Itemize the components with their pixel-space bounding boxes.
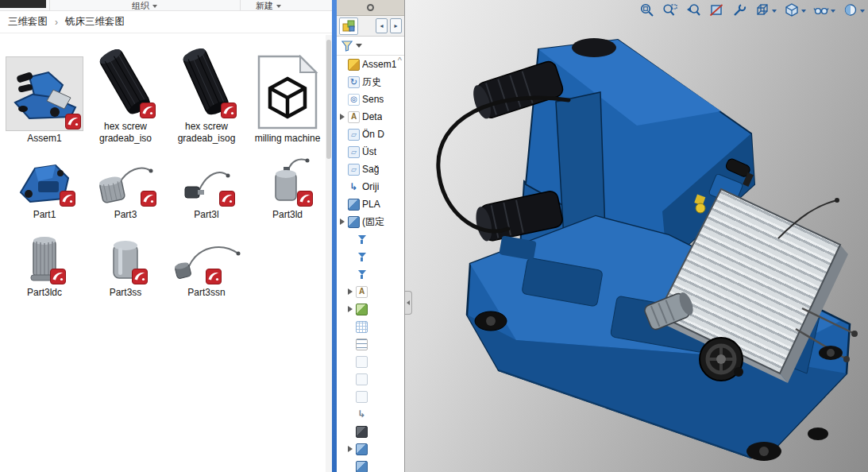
tree-root-assem1[interactable]: Assem1 (337, 56, 404, 73)
file-item-hex-screw-isog[interactable]: hex screw gradeab_isog (166, 40, 247, 145)
expander-icon[interactable] (347, 445, 353, 453)
tree-item-origin-sub[interactable]: ↳ (337, 405, 404, 423)
solidworks-badge-icon (140, 103, 156, 118)
solidworks-badge-icon (50, 269, 66, 284)
solidworks-badge-icon (60, 191, 75, 207)
tree-item-suppressed[interactable] (337, 353, 404, 370)
graphics-area[interactable] (405, 0, 868, 472)
expander-icon (347, 358, 353, 366)
funnel-icon (356, 251, 368, 263)
chevron-down-icon[interactable] (356, 44, 362, 48)
tree-item-front-plane[interactable]: ▱ Ön D (337, 126, 404, 143)
tree-item-equations[interactable] (337, 335, 404, 353)
file-label: Part3ld (272, 209, 303, 221)
tree-item-annotations-sub[interactable]: A (337, 283, 404, 300)
file-explorer-panel: 组织 新建 三维套图 › 铣床三维套图 (0, 0, 332, 472)
chevron-down-icon (860, 10, 865, 13)
filter-funnel-icon[interactable] (341, 41, 353, 52)
panel-splitter-handle[interactable] (405, 291, 412, 315)
tree-item-design-table[interactable] (337, 318, 404, 335)
expander-icon (339, 183, 345, 191)
tree-item-mate-folder[interactable] (337, 248, 404, 265)
expander-icon (339, 200, 345, 208)
part-icon (356, 304, 368, 315)
file-item-part3ssn[interactable]: Part3ssn (166, 230, 247, 299)
file-label: Part3ldc (27, 287, 62, 299)
file-item-milling-machine[interactable]: milling machine (247, 40, 328, 145)
thumbnail-part3ssn (169, 238, 244, 285)
panel-header (337, 0, 404, 16)
explorer-scrollbar[interactable] (326, 35, 332, 472)
expander-icon (339, 165, 345, 173)
tree-item-annotations[interactable]: A Deta (337, 108, 404, 126)
expander-icon[interactable] (347, 288, 353, 296)
zoom-to-fit-icon[interactable] (639, 2, 655, 17)
tree-item-mate-folder[interactable] (337, 265, 404, 283)
organize-label: 组织 (132, 0, 149, 12)
file-item-hex-screw-iso[interactable]: hex screw gradeab_iso (85, 40, 166, 145)
new-menu-button[interactable]: 新建 (256, 0, 281, 12)
edit-appearance-icon[interactable] (731, 2, 747, 17)
display-style-icon[interactable] (784, 2, 806, 17)
assembly-icon (348, 59, 360, 71)
file-item-part3l[interactable]: Part3l (166, 151, 247, 221)
tree-label: 历史 (362, 75, 381, 89)
file-item-assem1[interactable]: Assem1 (4, 40, 85, 145)
scrollbar-thumb[interactable] (326, 40, 331, 159)
tree-item-mate-folder[interactable] (337, 230, 404, 248)
chevron-down-icon (276, 5, 281, 8)
scroll-up-icon[interactable]: ^ (398, 56, 402, 65)
organize-menu-button[interactable]: 组织 (132, 0, 157, 12)
panel-back-button[interactable]: ◂ (376, 18, 388, 33)
history-icon: ↻ (348, 76, 360, 88)
tree-item-origin[interactable]: ↳ Oriji (337, 178, 404, 195)
funnel-icon (356, 269, 368, 280)
tree-item-fixed-component[interactable]: (固定 (337, 213, 404, 230)
tree-item-sensors[interactable]: ◎ Sens (337, 91, 404, 108)
tree-item-suppressed[interactable] (337, 370, 404, 388)
assembly-tab-icon (342, 20, 355, 33)
chevron-down-icon (772, 10, 777, 13)
file-item-part3ld[interactable]: Part3ld (247, 151, 328, 221)
featuremanager-tab[interactable] (339, 17, 358, 35)
panel-pin-icon[interactable] (367, 4, 374, 11)
file-grid: Assem1 (0, 33, 332, 299)
tree-item-top-plane[interactable]: ▱ Üst (337, 143, 404, 161)
tree-item-blue-component[interactable] (337, 440, 404, 458)
file-item-part3[interactable]: Part3 (85, 151, 166, 221)
part-icon (348, 199, 360, 211)
tree-item-right-plane[interactable]: ▱ Sağ (337, 161, 404, 178)
thumbnail-part3ss (102, 233, 149, 285)
file-item-part3ldc[interactable]: Part3ldc (4, 230, 85, 299)
tree-item-blue-component[interactable] (337, 458, 404, 472)
window-titlebar-fragment (0, 0, 46, 8)
apply-scene-icon[interactable] (843, 2, 865, 17)
expander-icon[interactable] (339, 218, 345, 226)
expander-icon[interactable] (347, 305, 353, 313)
section-view-icon[interactable] (708, 2, 724, 17)
tree-item-history[interactable]: ↻ 历史 (337, 73, 404, 91)
expander-icon (347, 270, 353, 278)
breadcrumb-root[interactable]: 三维套图 (8, 15, 48, 29)
tree-item-pla-component[interactable]: PLA (337, 195, 404, 213)
expander-icon[interactable] (339, 113, 345, 121)
expander-icon (339, 78, 345, 86)
tree-item-dark-component[interactable] (337, 423, 404, 440)
document-cube-icon (254, 55, 321, 130)
expander-icon (347, 340, 353, 348)
tree-item-sub-component[interactable] (337, 300, 404, 318)
annotations-icon: A (348, 111, 360, 123)
view-orientation-icon[interactable] (754, 2, 777, 17)
previous-view-icon[interactable] (685, 2, 701, 17)
file-item-part3ss[interactable]: Part3ss (85, 230, 166, 299)
breadcrumb: 三维套图 › 铣床三维套图 (0, 11, 332, 33)
file-label: hex screw gradeab_isog (167, 121, 246, 145)
zoom-to-area-icon[interactable] (662, 2, 678, 17)
tree-item-suppressed[interactable] (337, 388, 404, 405)
hide-show-items-icon[interactable] (813, 2, 835, 17)
thumbnail-part3l (176, 161, 237, 207)
toolbar-separator (49, 0, 50, 10)
thumbnail-assem1 (6, 56, 83, 131)
file-item-part1[interactable]: Part1 (4, 151, 85, 221)
panel-forward-button[interactable]: ▸ (390, 18, 402, 33)
